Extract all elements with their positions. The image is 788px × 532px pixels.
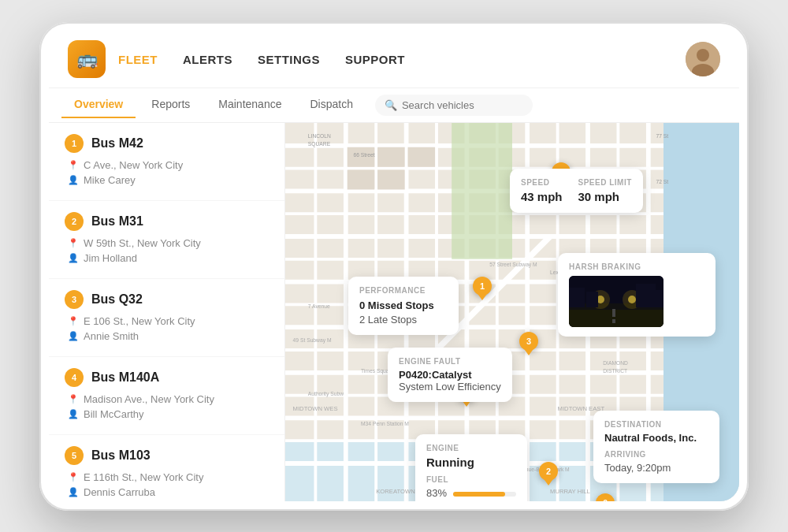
speed-popup: SPEED 43 mph SPEED LIMIT 30 mph bbox=[510, 169, 643, 213]
svg-rect-69 bbox=[612, 309, 615, 317]
tab-maintenance[interactable]: Maintenance bbox=[206, 91, 294, 118]
vehicle-search[interactable]: 🔍 bbox=[375, 95, 533, 116]
fuel-fill bbox=[453, 492, 505, 497]
performance-popup: PERFORMANCE 0 Missed Stops 2 Late Stops bbox=[348, 277, 459, 336]
nav-fleet[interactable]: FLEET bbox=[118, 53, 158, 66]
nav-settings[interactable]: SETTINGS bbox=[258, 53, 320, 66]
svg-text:MIDTOWN WES: MIDTOWN WES bbox=[293, 404, 338, 411]
fuel-label: FUEL bbox=[426, 475, 516, 484]
bus-location: Madison Ave., New York City bbox=[84, 393, 214, 405]
svg-rect-34 bbox=[452, 123, 512, 259]
perf-line1: 0 Missed Stops bbox=[359, 298, 448, 314]
engine-status: Running bbox=[426, 456, 516, 469]
svg-rect-78 bbox=[648, 290, 663, 307]
bus-badge-5: 5 bbox=[65, 446, 84, 465]
location-icon: 📍 bbox=[68, 160, 79, 170]
bus-name: Bus M42 bbox=[91, 136, 143, 151]
svg-rect-76 bbox=[586, 292, 598, 307]
bus-driver: Jim Holland bbox=[84, 252, 137, 264]
svg-text:SQUARE: SQUARE bbox=[308, 140, 331, 147]
fuel-bar bbox=[453, 492, 516, 497]
fuel-value: 83% bbox=[426, 487, 447, 499]
bus-name: Bus M140A bbox=[91, 370, 159, 385]
tab-reports[interactable]: Reports bbox=[139, 91, 203, 118]
main-content: 1 Bus M42 📍 C Ave., New York City 👤 Mike… bbox=[49, 123, 739, 501]
driver-icon: 👤 bbox=[68, 331, 79, 341]
fault-popup: ENGINE FAULT P0420:Catalyst System Low E… bbox=[388, 348, 512, 402]
search-input[interactable] bbox=[402, 99, 523, 111]
harsh-braking-popup: HARSH BRAKING bbox=[558, 253, 716, 337]
map-container[interactable]: 66 Street 77 St 72 St LINCOLN SQUARE MID… bbox=[285, 123, 739, 501]
location-icon: 📍 bbox=[68, 472, 79, 482]
destination-popup: DESTINATION Nautral Foods, Inc. ARRIVING… bbox=[593, 411, 719, 483]
driver-icon: 👤 bbox=[68, 487, 79, 497]
nav-support[interactable]: SUPPORT bbox=[345, 53, 405, 66]
list-item[interactable]: 5 Bus M103 📍 E 116th St., New York City … bbox=[49, 435, 284, 501]
svg-point-1 bbox=[697, 49, 709, 61]
user-avatar[interactable] bbox=[686, 42, 720, 76]
bus-badge-3: 3 bbox=[65, 290, 84, 309]
engine-popup: ENGINE Running FUEL 83% bbox=[415, 434, 527, 501]
dest-value: Nautral Foods, Inc. bbox=[604, 432, 708, 444]
svg-rect-40 bbox=[377, 169, 405, 189]
bus-driver: Mike Carey bbox=[84, 174, 136, 186]
bus-badge-2: 2 bbox=[65, 212, 84, 231]
svg-rect-70 bbox=[612, 319, 615, 323]
bus-driver: Annie Smith bbox=[84, 330, 139, 342]
perf-line2: 2 Late Stops bbox=[359, 314, 448, 326]
driver-icon: 👤 bbox=[68, 175, 79, 185]
location-icon: 📍 bbox=[68, 394, 79, 404]
bus-driver: Dennis Carruba bbox=[84, 486, 155, 498]
svg-text:57 Street Subway M: 57 Street Subway M bbox=[489, 262, 537, 268]
bus-name: Bus M31 bbox=[91, 214, 143, 229]
harsh-braking-image bbox=[569, 276, 663, 327]
fault-label: ENGINE FAULT bbox=[399, 357, 501, 366]
svg-text:M34 Penn Station M: M34 Penn Station M bbox=[361, 421, 409, 426]
list-item[interactable]: 3 Bus Q32 📍 E 106 St., New York City 👤 A… bbox=[49, 279, 284, 357]
map-marker-3[interactable]: 3 bbox=[519, 332, 538, 351]
search-icon: 🔍 bbox=[385, 99, 397, 111]
bus-name: Bus M103 bbox=[91, 448, 151, 463]
bus-location: C Ave., New York City bbox=[84, 159, 183, 171]
arriving-label: ARRIVING bbox=[604, 450, 708, 459]
location-icon: 📍 bbox=[68, 238, 79, 248]
driver-icon: 👤 bbox=[68, 409, 79, 419]
bus-icon: 🚌 bbox=[76, 49, 98, 69]
driver-icon: 👤 bbox=[68, 253, 79, 263]
svg-text:DIAMOND: DIAMOND bbox=[603, 360, 628, 366]
tab-dispatch[interactable]: Dispatch bbox=[297, 91, 365, 118]
svg-text:LINCOLN: LINCOLN bbox=[308, 133, 331, 139]
speed-limit-value: 30 mph bbox=[578, 190, 632, 203]
list-item[interactable]: 1 Bus M42 📍 C Ave., New York City 👤 Mike… bbox=[49, 123, 284, 201]
svg-text:7 Avenue: 7 Avenue bbox=[308, 303, 330, 309]
list-item[interactable]: 2 Bus M31 📍 W 59th St., New York City 👤 … bbox=[49, 201, 284, 279]
svg-rect-67 bbox=[569, 307, 663, 327]
logo: 🚌 bbox=[68, 40, 106, 78]
map-marker-2[interactable]: 2 bbox=[539, 462, 558, 481]
fault-value: P0420:Catalyst bbox=[399, 369, 501, 381]
speed-limit-label: SPEED LIMIT bbox=[578, 178, 632, 187]
svg-text:72 St: 72 St bbox=[656, 178, 668, 184]
bus-name: Bus Q32 bbox=[91, 292, 143, 307]
nav-alerts[interactable]: ALERTS bbox=[183, 53, 232, 66]
speed-value: 43 mph bbox=[521, 190, 563, 203]
svg-text:49 St Subway M: 49 St Subway M bbox=[293, 337, 332, 344]
tab-overview[interactable]: Overview bbox=[61, 91, 136, 118]
list-item[interactable]: 4 Bus M140A 📍 Madison Ave., New York Cit… bbox=[49, 357, 284, 435]
svg-point-74 bbox=[628, 296, 636, 303]
engine-label: ENGINE bbox=[426, 444, 516, 452]
svg-rect-38 bbox=[408, 147, 436, 166]
svg-rect-37 bbox=[377, 147, 405, 166]
svg-text:MURRAY HILL: MURRAY HILL bbox=[550, 488, 591, 495]
bus-location: E 116th St., New York City bbox=[84, 471, 203, 483]
svg-text:DISTRICT: DISTRICT bbox=[603, 367, 627, 373]
bus-driver: Bill McCarthy bbox=[84, 408, 144, 420]
location-icon: 📍 bbox=[68, 316, 79, 326]
vehicle-sidebar: 1 Bus M42 📍 C Ave., New York City 👤 Mike… bbox=[49, 123, 285, 501]
svg-text:66 Street: 66 Street bbox=[353, 152, 374, 158]
main-nav: FLEET ALERTS SETTINGS SUPPORT bbox=[118, 53, 686, 66]
svg-rect-75 bbox=[569, 288, 585, 307]
map-marker-1[interactable]: 1 bbox=[473, 277, 492, 296]
bus-location: E 106 St., New York City bbox=[84, 315, 195, 327]
svg-text:77 St: 77 St bbox=[656, 133, 668, 139]
